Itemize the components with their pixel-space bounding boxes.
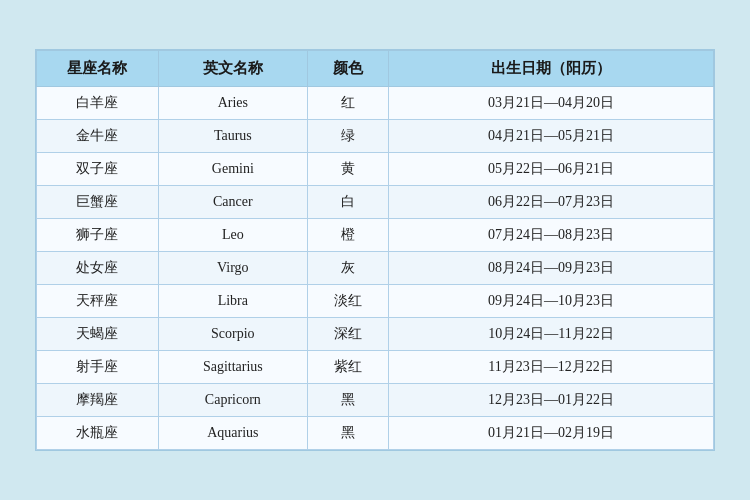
cell-chinese-name: 巨蟹座: [37, 186, 159, 219]
cell-dates: 05月22日—06月21日: [389, 153, 714, 186]
cell-english-name: Capricorn: [158, 384, 307, 417]
header-chinese-name: 星座名称: [37, 51, 159, 87]
table-row: 水瓶座Aquarius黑01月21日—02月19日: [37, 417, 714, 450]
cell-chinese-name: 狮子座: [37, 219, 159, 252]
table-row: 处女座Virgo灰08月24日—09月23日: [37, 252, 714, 285]
cell-english-name: Aquarius: [158, 417, 307, 450]
table-row: 天蝎座Scorpio深红10月24日—11月22日: [37, 318, 714, 351]
cell-english-name: Virgo: [158, 252, 307, 285]
cell-english-name: Cancer: [158, 186, 307, 219]
cell-dates: 06月22日—07月23日: [389, 186, 714, 219]
cell-english-name: Scorpio: [158, 318, 307, 351]
header-date: 出生日期（阳历）: [389, 51, 714, 87]
cell-dates: 01月21日—02月19日: [389, 417, 714, 450]
cell-english-name: Libra: [158, 285, 307, 318]
header-english-name: 英文名称: [158, 51, 307, 87]
cell-color: 紫红: [307, 351, 388, 384]
cell-chinese-name: 处女座: [37, 252, 159, 285]
cell-english-name: Sagittarius: [158, 351, 307, 384]
table-row: 白羊座Aries红03月21日—04月20日: [37, 87, 714, 120]
cell-english-name: Leo: [158, 219, 307, 252]
cell-color: 深红: [307, 318, 388, 351]
cell-chinese-name: 射手座: [37, 351, 159, 384]
cell-color: 黑: [307, 384, 388, 417]
header-color: 颜色: [307, 51, 388, 87]
cell-dates: 04月21日—05月21日: [389, 120, 714, 153]
cell-english-name: Aries: [158, 87, 307, 120]
cell-color: 红: [307, 87, 388, 120]
cell-chinese-name: 白羊座: [37, 87, 159, 120]
table-row: 金牛座Taurus绿04月21日—05月21日: [37, 120, 714, 153]
cell-english-name: Gemini: [158, 153, 307, 186]
cell-chinese-name: 双子座: [37, 153, 159, 186]
cell-dates: 12月23日—01月22日: [389, 384, 714, 417]
cell-color: 绿: [307, 120, 388, 153]
table-row: 摩羯座Capricorn黑12月23日—01月22日: [37, 384, 714, 417]
cell-color: 淡红: [307, 285, 388, 318]
zodiac-table-container: 星座名称 英文名称 颜色 出生日期（阳历） 白羊座Aries红03月21日—04…: [35, 49, 715, 451]
cell-chinese-name: 摩羯座: [37, 384, 159, 417]
zodiac-table: 星座名称 英文名称 颜色 出生日期（阳历） 白羊座Aries红03月21日—04…: [36, 50, 714, 450]
table-row: 狮子座Leo橙07月24日—08月23日: [37, 219, 714, 252]
table-row: 射手座Sagittarius紫红11月23日—12月22日: [37, 351, 714, 384]
table-row: 双子座Gemini黄05月22日—06月21日: [37, 153, 714, 186]
cell-chinese-name: 天蝎座: [37, 318, 159, 351]
cell-color: 灰: [307, 252, 388, 285]
cell-dates: 07月24日—08月23日: [389, 219, 714, 252]
cell-chinese-name: 天秤座: [37, 285, 159, 318]
cell-dates: 10月24日—11月22日: [389, 318, 714, 351]
cell-dates: 03月21日—04月20日: [389, 87, 714, 120]
table-row: 天秤座Libra淡红09月24日—10月23日: [37, 285, 714, 318]
table-header-row: 星座名称 英文名称 颜色 出生日期（阳历）: [37, 51, 714, 87]
cell-chinese-name: 水瓶座: [37, 417, 159, 450]
cell-chinese-name: 金牛座: [37, 120, 159, 153]
cell-dates: 11月23日—12月22日: [389, 351, 714, 384]
cell-color: 黄: [307, 153, 388, 186]
cell-english-name: Taurus: [158, 120, 307, 153]
cell-dates: 08月24日—09月23日: [389, 252, 714, 285]
cell-color: 白: [307, 186, 388, 219]
table-row: 巨蟹座Cancer白06月22日—07月23日: [37, 186, 714, 219]
cell-dates: 09月24日—10月23日: [389, 285, 714, 318]
cell-color: 黑: [307, 417, 388, 450]
cell-color: 橙: [307, 219, 388, 252]
